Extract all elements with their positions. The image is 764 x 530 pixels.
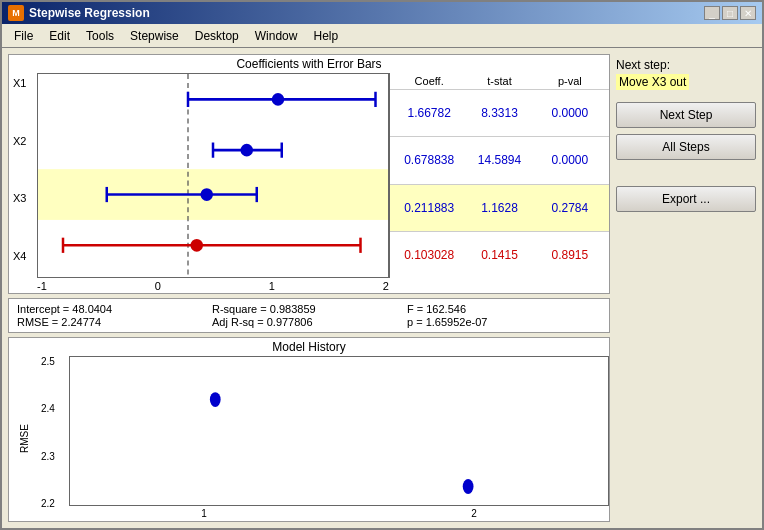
- model-history-title: Model History: [9, 338, 609, 356]
- menu-desktop[interactable]: Desktop: [187, 27, 247, 45]
- x-axis-labels: -1 0 1 2: [9, 278, 609, 294]
- history-svg: [70, 357, 608, 505]
- next-step-label: Next step:: [616, 58, 756, 72]
- history-y-axis-label: RMSE: [19, 424, 30, 453]
- model-history-chart: Model History RMSE 2.5 2.4 2.3 2.2: [8, 337, 610, 522]
- y-label-x3: X3: [13, 192, 33, 204]
- x1-pval: 0.0000: [535, 106, 605, 120]
- coefficients-chart: Coefficients with Error Bars X1 X2 X3 X4: [8, 54, 610, 294]
- x3-pval: 0.2784: [535, 201, 605, 215]
- history-x-labels: 1 2: [69, 506, 609, 521]
- x-label-2: 2: [471, 508, 477, 519]
- y-label-x2: X2: [13, 135, 33, 147]
- x-label-2: 2: [383, 280, 389, 292]
- history-dot-1: [210, 392, 221, 407]
- menu-file[interactable]: File: [6, 27, 41, 45]
- right-panel: Next step: Move X3 out Next Step All Ste…: [616, 54, 756, 522]
- y-label-2-5: 2.5: [41, 356, 67, 367]
- x4-dot: [191, 239, 204, 252]
- intercept-stat: Intercept = 48.0404: [17, 303, 211, 315]
- minimize-button[interactable]: _: [704, 6, 720, 20]
- col-coeff: Coeff.: [394, 75, 464, 87]
- col-pval: p-val: [535, 75, 605, 87]
- chart-svg: [38, 74, 388, 277]
- x1-dot: [272, 93, 285, 106]
- maximize-button[interactable]: □: [722, 6, 738, 20]
- title-bar-left: M Stepwise Regression: [8, 5, 150, 21]
- window-title: Stepwise Regression: [29, 6, 150, 20]
- history-chart-area: [69, 356, 609, 506]
- x-label-0: 0: [155, 280, 161, 292]
- action-buttons: Next Step All Steps Export ...: [616, 102, 756, 212]
- stats-row-x4: 0.103028 0.1415 0.8915: [390, 231, 609, 278]
- x4-pval: 0.8915: [535, 248, 605, 262]
- menu-edit[interactable]: Edit: [41, 27, 78, 45]
- y-label-2-4: 2.4: [41, 403, 67, 414]
- menu-stepwise[interactable]: Stepwise: [122, 27, 187, 45]
- y-label-2-2: 2.2: [41, 498, 67, 509]
- x3-dot: [201, 188, 214, 201]
- x2-coeff: 0.678838: [394, 153, 464, 167]
- stats-info-bar: Intercept = 48.0404 R-square = 0.983859 …: [8, 298, 610, 333]
- y-label-x1: X1: [13, 77, 33, 89]
- p-stat: p = 1.65952e-07: [407, 316, 601, 328]
- y-axis-labels: X1 X2 X3 X4: [9, 73, 37, 278]
- stats-table: Coeff. t-stat p-val 1.66782 8.3313 0.000…: [389, 73, 609, 278]
- left-panel: Coefficients with Error Bars X1 X2 X3 X4: [8, 54, 610, 522]
- x2-tstat: 14.5894: [464, 153, 534, 167]
- x1-coeff: 1.66782: [394, 106, 464, 120]
- history-y-labels: 2.5 2.4 2.3 2.2: [39, 356, 69, 521]
- close-button[interactable]: ✕: [740, 6, 756, 20]
- x-label-1: 1: [269, 280, 275, 292]
- x1-tstat: 8.3313: [464, 106, 534, 120]
- chart-plot: [37, 73, 389, 278]
- rsq-stat: R-square = 0.983859: [212, 303, 406, 315]
- main-content: Coefficients with Error Bars X1 X2 X3 X4: [2, 48, 762, 528]
- adjrsq-stat: Adj R-sq = 0.977806: [212, 316, 406, 328]
- title-bar-buttons: _ □ ✕: [704, 6, 756, 20]
- stats-row-x2: 0.678838 14.5894 0.0000: [390, 136, 609, 183]
- x-label-1: 1: [201, 508, 207, 519]
- next-step-button[interactable]: Next Step: [616, 102, 756, 128]
- history-plot: RMSE 2.5 2.4 2.3 2.2: [9, 356, 609, 521]
- main-window: M Stepwise Regression _ □ ✕ File Edit To…: [0, 0, 764, 530]
- col-tstat: t-stat: [464, 75, 534, 87]
- title-bar: M Stepwise Regression _ □ ✕: [2, 2, 762, 24]
- stats-header: Coeff. t-stat p-val: [390, 73, 609, 89]
- history-dot-2: [463, 479, 474, 494]
- export-button[interactable]: Export ...: [616, 186, 756, 212]
- y-label-2-3: 2.3: [41, 451, 67, 462]
- menu-help[interactable]: Help: [305, 27, 346, 45]
- x2-dot: [241, 144, 254, 157]
- app-icon: M: [8, 5, 24, 21]
- x3-coeff: 0.211883: [394, 201, 464, 215]
- x3-tstat: 1.1628: [464, 201, 534, 215]
- stats-row-x3: 0.211883 1.1628 0.2784: [390, 184, 609, 231]
- x4-tstat: 0.1415: [464, 248, 534, 262]
- menu-tools[interactable]: Tools: [78, 27, 122, 45]
- chart-upper-area: X1 X2 X3 X4: [9, 73, 609, 294]
- menu-window[interactable]: Window: [247, 27, 306, 45]
- x4-coeff: 0.103028: [394, 248, 464, 262]
- chart-title: Coefficients with Error Bars: [9, 55, 609, 73]
- menu-bar: File Edit Tools Stepwise Desktop Window …: [2, 24, 762, 48]
- x-label-minus1: -1: [37, 280, 47, 292]
- f-stat: F = 162.546: [407, 303, 601, 315]
- y-label-x4: X4: [13, 250, 33, 262]
- rmse-stat: RMSE = 2.24774: [17, 316, 211, 328]
- next-step-value: Move X3 out: [616, 74, 689, 90]
- stats-row-x1: 1.66782 8.3313 0.0000: [390, 89, 609, 136]
- next-step-info: Next step: Move X3 out: [616, 58, 756, 90]
- x2-pval: 0.0000: [535, 153, 605, 167]
- all-steps-button[interactable]: All Steps: [616, 134, 756, 160]
